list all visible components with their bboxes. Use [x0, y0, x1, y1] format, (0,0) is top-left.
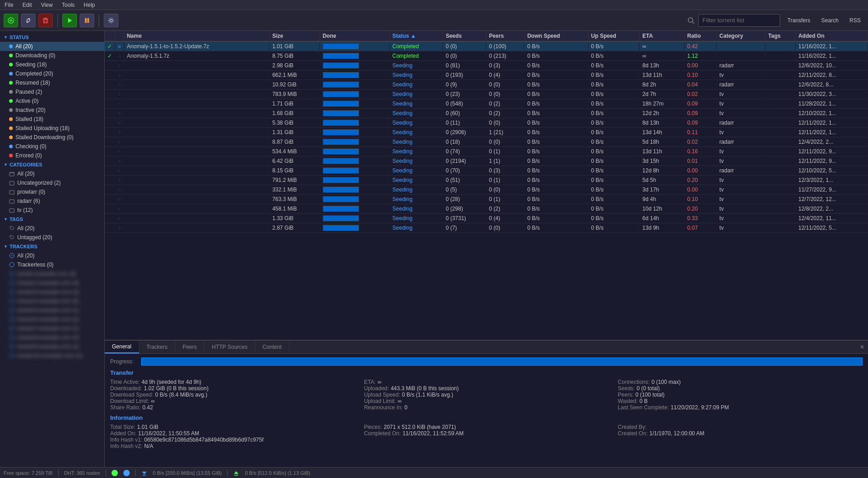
col-down-speed[interactable]: Down Speed [524, 31, 588, 41]
menu-edit[interactable]: Edit [18, 1, 36, 9]
transfers-link[interactable]: Transfers [784, 15, 814, 25]
table-row[interactable]: » 5.38 GiB Seeding 0 (11) 0 (0) 0 B/s 0 … [105, 118, 868, 128]
sidebar-item-seeding[interactable]: Seeding (18) [0, 60, 104, 69]
row-check [105, 147, 115, 156]
sidebar-item-tracker-1[interactable]: tracker.example.com (3) [0, 269, 104, 278]
sidebar-item-tracker-all[interactable]: All (20) [0, 251, 104, 260]
table-row[interactable]: » 2.98 GiB Seeding 0 (81) 0 (3) 0 B/s 0 … [105, 61, 868, 70]
col-added-on[interactable]: Added On [795, 31, 868, 41]
tracker-icon-12 [9, 353, 15, 358]
sidebar-item-stalled-uploading[interactable]: Stalled Uploading (18) [0, 124, 104, 133]
sidebar-item-cat-radarr[interactable]: radarr (6) [0, 196, 104, 206]
sidebar-item-active[interactable]: Active (0) [0, 96, 104, 106]
pause-button[interactable] [80, 14, 94, 27]
sidebar-item-tracker-4[interactable]: tracker4.example.com (5) [0, 297, 104, 306]
row-progress-bar [323, 186, 359, 193]
status-section-header[interactable]: STATUS [0, 33, 104, 42]
row-ratio: 0.07 [684, 223, 716, 233]
col-arrow[interactable] [115, 31, 124, 41]
search-input[interactable] [698, 14, 780, 27]
table-row[interactable]: » 662.1 MiB Seeding 0 (193) 0 (4) 0 B/s … [105, 70, 868, 80]
sidebar-item-tag-all[interactable]: All (20) [0, 224, 104, 233]
table-row[interactable]: » 1.33 GiB Seeding 0 (3731) 0 (4) 0 B/s … [105, 214, 868, 223]
torrent-table-container[interactable]: Name Size Done Status ▲ Seeds Peers Down… [105, 31, 868, 340]
menu-tools[interactable]: Tools [57, 1, 79, 9]
add-torrent-button[interactable] [4, 14, 18, 27]
col-done[interactable]: Done [320, 31, 389, 41]
sidebar-item-tracker-10[interactable]: tracker10.example.com (2) [0, 351, 104, 360]
options-button[interactable] [104, 14, 118, 27]
sidebar-item-all[interactable]: All (20) [0, 42, 104, 51]
row-name [124, 61, 269, 70]
detail-close-button[interactable]: ✕ [856, 342, 868, 352]
table-row[interactable]: » 1.31 GiB Seeding 0 (2906) 1 (21) 0 B/s… [105, 128, 868, 137]
table-row[interactable]: » 763.3 MiB Seeding 0 (28) 0 (1) 0 B/s 0… [105, 195, 868, 204]
table-row[interactable]: » 10.92 GiB Seeding 0 (9) 0 (0) 0 B/s 0 … [105, 80, 868, 90]
col-status[interactable]: Status ▲ [390, 31, 443, 41]
table-row[interactable]: » 534.4 MiB Seeding 0 (74) 0 (1) 0 B/s 0… [105, 147, 868, 156]
sidebar-item-tracker-2[interactable]: tracker2.example.com (4) [0, 278, 104, 287]
sidebar-item-tracker-3[interactable]: tracker3.example.com (2) [0, 287, 104, 297]
table-row[interactable]: » 8.87 GiB Seeding 0 (18) 0 (0) 0 B/s 0 … [105, 137, 868, 147]
categories-section-header[interactable]: CATEGORIES [0, 160, 104, 169]
col-category[interactable]: Category [716, 31, 765, 41]
col-up-speed[interactable]: Up Speed [588, 31, 640, 41]
table-row[interactable]: » 8.15 GiB Seeding 0 (70) 0 (3) 0 B/s 0 … [105, 166, 868, 176]
table-row[interactable]: » 791.2 MiB Seeding 0 (51) 0 (1) 0 B/s 0… [105, 176, 868, 185]
menu-help[interactable]: Help [79, 1, 100, 9]
sidebar-label-tracker-trackerless: Trackerless (0) [17, 262, 54, 268]
sidebar-item-checking[interactable]: Checking (0) [0, 142, 104, 151]
sidebar-item-inactive[interactable]: Inactive (20) [0, 106, 104, 115]
sidebar-item-downloading[interactable]: Downloading (0) [0, 51, 104, 60]
table-row[interactable]: » 6.42 GiB Seeding 0 (2194) 1 (1) 0 B/s … [105, 156, 868, 166]
sidebar-item-cat-uncategorized[interactable]: Uncategorized (2) [0, 178, 104, 187]
trackers-section-header[interactable]: TRACKERS [0, 242, 104, 251]
sidebar-item-tracker-5[interactable]: tracker5.example.com (1) [0, 306, 104, 315]
sidebar-item-stalled[interactable]: Stalled (18) [0, 115, 104, 124]
sidebar-item-stalled-downloading[interactable]: Stalled Downloading (0) [0, 133, 104, 142]
sidebar-item-completed[interactable]: Completed (20) [0, 69, 104, 78]
table-row[interactable]: ✓ » Anomaly-1.5.1-to-1.5.2-Update.7z 1.0… [105, 41, 868, 51]
sidebar-item-errored[interactable]: Errored (0) [0, 151, 104, 160]
col-seeds[interactable]: Seeds [443, 31, 486, 41]
sidebar-item-tag-untagged[interactable]: Untagged (20) [0, 233, 104, 242]
col-ratio[interactable]: Ratio [684, 31, 716, 41]
sidebar-item-tracker-7[interactable]: tracker7.example.com (1) [0, 324, 104, 333]
col-tags[interactable]: Tags [765, 31, 795, 41]
sidebar-label-cat-tv: tv (12) [17, 207, 33, 213]
tab-general[interactable]: General [105, 341, 139, 353]
menu-file[interactable]: File [0, 1, 18, 9]
col-eta[interactable]: ETA [640, 31, 684, 41]
search-link[interactable]: Search [817, 15, 842, 25]
sidebar-item-cat-tv[interactable]: tv (12) [0, 206, 104, 215]
menu-view[interactable]: View [36, 1, 57, 9]
delete-button[interactable] [38, 14, 53, 27]
sidebar-item-tracker-8[interactable]: tracker8.example.com (3) [0, 333, 104, 342]
rss-link[interactable]: RSS [846, 15, 864, 25]
col-name[interactable]: Name [124, 31, 269, 41]
table-row[interactable]: » 458.1 MiB Seeding 0 (298) 0 (2) 0 B/s … [105, 204, 868, 214]
add-link-button[interactable] [21, 14, 36, 27]
tab-peers[interactable]: Peers [175, 341, 204, 353]
table-row[interactable]: ✓ » Anomaly-1.5.1.7z 8.75 GiB Completed … [105, 51, 868, 61]
tab-http-sources[interactable]: HTTP Sources [204, 341, 255, 353]
tab-trackers[interactable]: Trackers [139, 341, 175, 353]
sidebar-item-cat-prowlarr[interactable]: prowlarr (0) [0, 187, 104, 196]
table-row[interactable]: » 783.9 MiB Seeding 0 (23) 0 (0) 0 B/s 0… [105, 90, 868, 99]
sidebar-item-tracker-6[interactable]: tracker6.example.com (2) [0, 315, 104, 324]
sidebar-item-resumed[interactable]: Resumed (18) [0, 78, 104, 87]
table-row[interactable]: » 1.71 GiB Seeding 0 (548) 0 (2) 0 B/s 0… [105, 99, 868, 109]
col-check[interactable] [105, 31, 115, 41]
table-row[interactable]: » 2.87 GiB Seeding 0 (7) 0 (0) 0 B/s 0 B… [105, 223, 868, 233]
tags-section-header[interactable]: TAGS [0, 215, 104, 224]
sidebar-item-tracker-9[interactable]: tracker9.example.com (2) [0, 342, 104, 351]
play-button[interactable] [62, 14, 77, 27]
sidebar-item-tracker-trackerless[interactable]: Trackerless (0) [0, 260, 104, 269]
table-row[interactable]: » 332.1 MiB Seeding 0 (5) 0 (0) 0 B/s 0 … [105, 185, 868, 195]
table-row[interactable]: » 1.68 GiB Seeding 0 (60) 0 (2) 0 B/s 0 … [105, 109, 868, 118]
col-size[interactable]: Size [269, 31, 320, 41]
sidebar-item-paused[interactable]: Paused (2) [0, 87, 104, 96]
col-peers[interactable]: Peers [486, 31, 524, 41]
tab-content[interactable]: Content [255, 341, 289, 353]
sidebar-item-cat-all[interactable]: All (20) [0, 169, 104, 178]
